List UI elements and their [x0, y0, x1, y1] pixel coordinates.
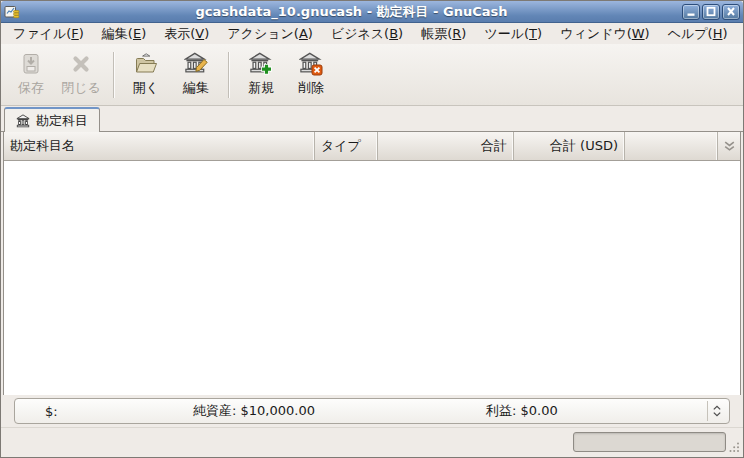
table-header: 勘定科目名タイプ合計合計 (USD) — [4, 132, 740, 161]
menu-item-f[interactable]: ファイル(F) — [4, 23, 93, 45]
bank-icon — [16, 114, 30, 128]
close-tab-icon — [69, 52, 93, 76]
toolbar-button-label: 新規 — [248, 79, 274, 97]
summary-currency: $: — [45, 404, 58, 419]
status-bar — [1, 427, 743, 457]
menu-item-w[interactable]: ウィンドウ(W) — [551, 23, 659, 45]
tab-accounts[interactable]: 勘定科目 — [4, 107, 100, 132]
save-toolbar-button: 保存 — [6, 47, 56, 103]
column-chooser-icon — [722, 140, 737, 153]
summary-spinner[interactable] — [707, 401, 726, 421]
toolbar-separator — [113, 52, 114, 98]
toolbar: 保存閉じる開く編集新規削除 — [1, 44, 743, 106]
delete-account-icon — [299, 52, 323, 76]
toolbar-separator — [228, 52, 229, 98]
menu-item-h[interactable]: ヘルプ(H) — [659, 23, 737, 45]
accounts-tree: 勘定科目名タイプ合計合計 (USD) — [3, 132, 741, 395]
menu-item-e[interactable]: 編集(E) — [93, 23, 155, 45]
delete-toolbar-button[interactable]: 削除 — [286, 47, 336, 103]
resize-grip-icon[interactable] — [728, 441, 740, 453]
gnucash-app-icon — [4, 3, 21, 20]
menubar: ファイル(F)編集(E)表示(V)アクション(A)ビジネス(B)帳票(R)ツール… — [1, 23, 743, 44]
menu-item-t[interactable]: ツール(T) — [475, 23, 551, 45]
menu-item-v[interactable]: 表示(V) — [155, 23, 218, 45]
minimize-button[interactable] — [682, 4, 700, 20]
summary-bar: $: 純資産: $10,000.00 利益: $0.00 — [1, 395, 743, 427]
new-account-icon — [249, 52, 273, 76]
menu-item-b[interactable]: ビジネス(B) — [322, 23, 412, 45]
summary-box: $: 純資産: $10,000.00 利益: $0.00 — [14, 398, 730, 424]
column-header-type[interactable]: タイプ — [315, 132, 378, 160]
tab-label: 勘定科目 — [36, 112, 88, 130]
edit-toolbar-button[interactable]: 編集 — [171, 47, 221, 103]
gnucash-window: gcashdata_10.gnucash - 勘定科目 - GnuCash ファ… — [0, 0, 744, 458]
tree-empty-area — [4, 161, 740, 395]
toolbar-button-label: 編集 — [183, 79, 209, 97]
maximize-button[interactable] — [702, 4, 720, 20]
toolbar-button-label: 開く — [133, 79, 159, 97]
open-toolbar-button[interactable]: 開く — [121, 47, 171, 103]
column-header-total[interactable]: 合計 — [378, 132, 514, 160]
column-header-filler — [625, 132, 718, 160]
toolbar-button-label: 閉じる — [61, 79, 101, 97]
column-header-usd[interactable]: 合計 (USD) — [514, 132, 625, 160]
titlebar[interactable]: gcashdata_10.gnucash - 勘定科目 - GnuCash — [1, 1, 743, 23]
tab-strip: 勘定科目 — [1, 106, 743, 132]
edit-account-icon — [184, 52, 208, 76]
toolbar-button-label: 保存 — [18, 79, 44, 97]
progress-bar — [573, 432, 726, 452]
summary-profit: 利益: $0.00 — [486, 402, 558, 420]
window-title: gcashdata_10.gnucash - 勘定科目 - GnuCash — [23, 3, 680, 21]
new-toolbar-button[interactable]: 新規 — [236, 47, 286, 103]
menu-item-r[interactable]: 帳票(R) — [412, 23, 475, 45]
column-header-name[interactable]: 勘定科目名 — [4, 132, 315, 160]
close-button[interactable] — [722, 4, 740, 20]
column-chooser-button[interactable] — [718, 132, 740, 160]
toolbar-button-label: 削除 — [298, 79, 324, 97]
menu-item-a[interactable]: アクション(A) — [218, 23, 322, 45]
save-icon — [19, 52, 43, 76]
close-toolbar-button: 閉じる — [56, 47, 106, 103]
summary-net-assets: 純資産: $10,000.00 — [193, 402, 315, 420]
open-folder-icon — [134, 52, 158, 76]
